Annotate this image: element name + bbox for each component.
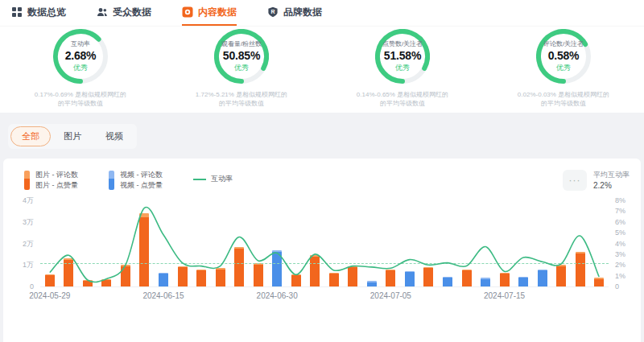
metric-value: 2.68%: [65, 49, 97, 62]
chart-area: 01万2万3万4万01%2%3%4%5%6%7%8%2024-05-292024…: [40, 200, 609, 287]
metric-description: 0.14%-0.65% 是相似规模网红的的平均等级数值: [357, 90, 448, 108]
metric-card-engagement-rate: 互动率 2.68% 优秀 0.17%-0.69% 是相似规模网红的的平均等级数值: [0, 27, 161, 112]
content-type-filter: 全部 图片 视频: [8, 124, 137, 149]
nav-tab-audience-data[interactable]: 受众数据: [97, 0, 151, 26]
nav-tab-data-overview[interactable]: 数据总览: [11, 0, 66, 26]
metric-value: 0.58%: [548, 49, 580, 62]
metric-card-likes-per-follower: 点赞数/关注者 51.58% 优秀 0.14%-0.65% 是相似规模网红的的平…: [322, 27, 483, 112]
nav-tab-label: 数据总览: [27, 6, 66, 19]
y-axis-right-tick: 7%: [615, 207, 625, 215]
average-engagement-value: 2.2%: [593, 180, 630, 191]
filter-tab-images[interactable]: 图片: [52, 126, 93, 146]
legend-video-comments: 视频 - 评论数: [120, 170, 163, 180]
nav-tab-brand-data[interactable]: R 品牌数据: [267, 0, 322, 26]
y-axis-right-tick: 6%: [615, 218, 625, 226]
y-axis-right-tick: 3%: [615, 250, 625, 258]
x-axis-date-label: 2024-07-05: [370, 291, 411, 300]
metric-value: 51.58%: [384, 49, 421, 62]
metric-title: 观看量/粉丝数: [221, 39, 262, 48]
metric-title: 点赞数/关注者: [382, 39, 423, 48]
nav-tab-label: 品牌数据: [283, 6, 322, 19]
metric-gauges-row: 互动率 2.68% 优秀 0.17%-0.69% 是相似规模网红的的平均等级数值…: [0, 27, 644, 112]
content-section: 全部 图片 视频 图片 - 评论数 图片 - 点赞量 视频 - 评论数 视频 -…: [0, 113, 644, 342]
main-nav: 数据总览 受众数据 内容数据 R 品牌数据: [0, 0, 644, 27]
metric-card-views-per-follower: 观看量/粉丝数 50.85% 优秀 1.72%-5.21% 是相似规模网红的的平…: [161, 27, 322, 112]
dashed-line-icon[interactable]: ···: [563, 170, 587, 191]
top-section: 数据总览 受众数据 内容数据 R 品牌数据 互动率: [0, 0, 644, 113]
metric-description: 0.02%-0.03% 是相似规模网红的的平均等级数值: [518, 90, 609, 108]
y-axis-right-tick: 4%: [615, 240, 625, 248]
filter-tab-videos[interactable]: 视频: [94, 126, 134, 146]
metric-value: 50.85%: [223, 49, 260, 62]
x-axis-date-label: 2024-05-29: [29, 291, 70, 300]
y-axis-right-tick: 8%: [615, 196, 625, 204]
legend-line-label: 互动率: [211, 174, 233, 184]
x-axis-date-label: 2024-07-15: [484, 291, 525, 300]
metric-rating: 优秀: [395, 63, 410, 73]
nav-tab-label: 内容数据: [198, 6, 237, 19]
metric-card-comments-per-follower: 评论数/关注者 0.58% 优秀 0.02%-0.03% 是相似规模网红的的平均…: [483, 27, 644, 112]
metric-rating: 优秀: [556, 63, 571, 73]
image-bar-swatch-icon: [24, 171, 30, 190]
filter-tab-all[interactable]: 全部: [10, 126, 51, 146]
nav-tab-content-data[interactable]: 内容数据: [182, 0, 237, 26]
brand-shield-icon: R: [267, 6, 279, 18]
y-axis-left-tick: 0: [30, 282, 34, 290]
x-axis-date-label: 2024-06-30: [257, 291, 298, 300]
y-axis-left-tick: 2万: [23, 238, 34, 249]
nav-tab-label: 受众数据: [113, 6, 151, 19]
y-axis-left-tick: 1万: [23, 260, 34, 270]
y-axis-right-tick: 0: [615, 282, 619, 290]
svg-text:R: R: [270, 9, 275, 14]
metric-title: 互动率: [71, 39, 90, 48]
engagement-rate-line: [40, 200, 609, 286]
line-swatch-icon: [193, 179, 206, 180]
legend-item-video[interactable]: 视频 - 评论数 视频 - 点赞量: [109, 170, 163, 191]
gauge-ring: 观看量/粉丝数 50.85% 优秀: [214, 29, 269, 84]
metric-title: 评论数/关注者: [543, 39, 584, 48]
legend-item-engagement-line[interactable]: 互动率: [193, 174, 233, 184]
average-engagement-label: 平均互动率: [593, 170, 630, 180]
legend-item-image[interactable]: 图片 - 评论数 图片 - 点赞量: [24, 170, 78, 191]
metric-description: 1.72%-5.21% 是相似规模网红的的平均等级数值: [196, 90, 287, 108]
audience-icon: [97, 6, 108, 18]
chart-legend: 图片 - 评论数 图片 - 点赞量 视频 - 评论数 视频 - 点赞量 互动率 …: [3, 170, 641, 194]
gauge-ring: 评论数/关注者 0.58% 优秀: [536, 29, 591, 84]
legend-image-comments: 图片 - 评论数: [35, 170, 78, 180]
y-axis-right-tick: 1%: [615, 272, 625, 280]
average-engagement-legend: ··· 平均互动率 2.2%: [563, 170, 630, 191]
y-axis-left-tick: 3万: [23, 216, 34, 227]
legend-video-likes: 视频 - 点赞量: [120, 180, 163, 191]
metric-description: 0.17%-0.69% 是相似规模网红的的平均等级数值: [35, 90, 126, 108]
y-axis-left-tick: 4万: [23, 196, 34, 206]
gauge-ring: 互动率 2.68% 优秀: [53, 29, 108, 84]
video-bar-swatch-icon: [109, 171, 114, 190]
gauge-ring: 点赞数/关注者 51.58% 优秀: [375, 29, 430, 84]
x-axis-date-label: 2024-06-15: [142, 291, 184, 300]
legend-image-likes: 图片 - 点赞量: [35, 180, 78, 191]
y-axis-right-tick: 2%: [615, 261, 625, 269]
y-axis-right-tick: 5%: [615, 229, 625, 237]
grid-icon: [11, 6, 23, 18]
chart-card: 图片 - 评论数 图片 - 点赞量 视频 - 评论数 视频 - 点赞量 互动率 …: [3, 159, 641, 342]
plot-area: 01万2万3万4万01%2%3%4%5%6%7%8%2024-05-292024…: [40, 200, 609, 287]
metric-rating: 优秀: [234, 63, 249, 73]
content-icon: [182, 6, 193, 18]
metric-rating: 优秀: [73, 63, 88, 73]
